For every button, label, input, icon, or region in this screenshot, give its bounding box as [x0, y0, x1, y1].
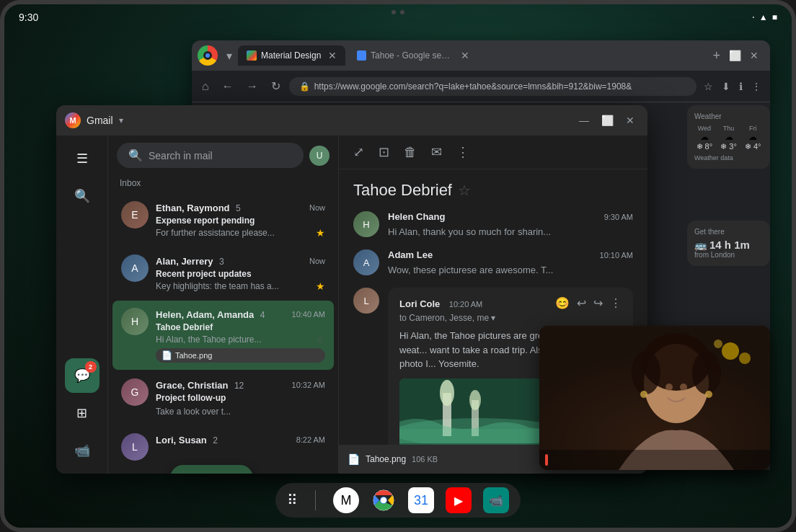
gmail-logo: M [65, 112, 81, 128]
svg-point-14 [692, 351, 721, 394]
chrome-window-controls: ⬜ ✕ [729, 50, 764, 61]
detail-toolbar: ⤢ ⊡ 🗑 ✉ ⋮ [339, 136, 647, 169]
email-content-alan: Alan, Jerrery 3 Now Recent project updat… [156, 254, 325, 292]
svg-point-13 [632, 351, 660, 394]
sidebar-meet-button[interactable]: 📹 [65, 433, 100, 468]
nav-back-button[interactable]: ← [218, 77, 238, 96]
weather-title: Weather [694, 112, 763, 120]
taskbar-gmail-icon[interactable]: M [333, 487, 359, 513]
download-icon[interactable]: ⬇ [719, 78, 733, 95]
message-avatar-helen: H [353, 211, 379, 237]
email-sender-lori: Lori, Susan [156, 435, 207, 445]
email-subject-grace: Project follow-up [156, 393, 325, 403]
window-close-icon[interactable]: ✕ [750, 50, 759, 61]
email-preview-alan: Key highlights: the team has a... [156, 281, 279, 291]
nav-home-button[interactable]: ⌂ [198, 77, 213, 96]
sidebar-chat-button[interactable]: 💬 2 [65, 358, 100, 393]
email-content-ethan: Ethan, Raymond 5 Now Expense report pend… [156, 201, 325, 239]
emoji-button[interactable]: 😊 [555, 296, 570, 310]
compose-button[interactable]: ✏ Compose [170, 465, 254, 474]
video-person-svg [539, 326, 770, 470]
gmail-close-button[interactable]: ✕ [622, 112, 639, 129]
archive-icon[interactable]: ⊡ [376, 141, 392, 163]
avatar-alan: A [121, 254, 149, 282]
svg-point-20 [640, 391, 647, 398]
message-item-adam: A Adam Lee 10:10 AM Wow, these picturese… [353, 249, 633, 276]
star-ethan[interactable]: ★ [316, 227, 325, 239]
sidebar-spaces-button[interactable]: ⊞ [65, 396, 100, 430]
thread-star-icon[interactable]: ☆ [458, 182, 471, 199]
taskbar-calendar-icon[interactable]: 31 [408, 487, 434, 513]
chat-badge: 2 [85, 361, 97, 373]
message-time-helen: 9:30 AM [604, 213, 633, 221]
hamburger-icon: ☰ [76, 151, 88, 167]
message-sender-helen: Helen Chang [388, 211, 445, 222]
weather-data-label: Weather data [694, 154, 763, 161]
tablet-frame: 9:30 ⋅ ▲ ■ ▾ Material Design ✕ Tahoe [0, 0, 796, 532]
sidebar-search-button[interactable]: 🔍 [65, 179, 100, 213]
email-item-grace[interactable]: G Grace, Christian 12 10:32 AM Project f… [112, 371, 334, 425]
taskbar-grid-icon[interactable]: ⠿ [287, 492, 298, 509]
tab-close-md[interactable]: ✕ [328, 50, 337, 61]
message-more-button[interactable]: ⋮ [610, 296, 622, 310]
active-sender-name: Lori Cole [399, 298, 440, 309]
nav-forward-button[interactable]: → [242, 77, 262, 96]
info-icon[interactable]: ℹ [736, 78, 746, 95]
email-content-lori: Lori, Susan 2 8:22 AM [156, 433, 325, 448]
email-time-helen: 10:40 AM [292, 310, 325, 319]
chrome-menu-icon[interactable]: ▾ [224, 46, 235, 66]
email-thread-title: Tahoe Debrief ☆ [353, 181, 633, 200]
chrome-logo-icon [198, 45, 218, 66]
weather-temp-wed: ❄ 8° [694, 142, 715, 151]
avatar-helen: H [121, 308, 149, 335]
expand-icon[interactable]: ⤢ [350, 141, 367, 163]
attachment-size: 106 KB [412, 455, 438, 464]
more-actions-icon[interactable]: ⋮ [454, 141, 472, 163]
forward-button[interactable]: ↪ [593, 296, 603, 310]
taskbar-youtube-icon[interactable]: ▶ [446, 487, 472, 513]
bluetooth-icon: ⋅ [752, 12, 755, 22]
mark-read-icon[interactable]: ✉ [428, 141, 445, 163]
nav-refresh-button[interactable]: ↻ [267, 76, 285, 96]
weather-temp-fri: ❄ 4° [743, 142, 763, 151]
get-there-detail: from London [694, 251, 763, 259]
get-there-time-row: 🚌 14 h 1m [694, 239, 763, 251]
new-tab-button[interactable]: + [707, 45, 726, 66]
email-time-alan: Now [309, 257, 325, 265]
reply-button[interactable]: ↩ [577, 296, 586, 310]
tab-material-design[interactable]: Material Design ✕ [238, 45, 345, 66]
active-msg-actions: 😊 ↩ ↪ ⋮ [555, 296, 622, 310]
email-item-alan[interactable]: A Alan, Jerrery 3 Now Recent project upd… [112, 247, 334, 299]
delete-icon[interactable]: 🗑 [401, 142, 420, 163]
message-body-helen: Helen Chang 9:30 AM Hi Alan, thank you s… [388, 211, 633, 238]
star-alan[interactable]: ★ [316, 280, 325, 292]
get-there-widget: Get there 🚌 14 h 1m from London [687, 221, 770, 266]
email-item-helen[interactable]: H Helen, Adam, Amanda 4 10:40 AM Tahoe D… [112, 301, 334, 370]
gmail-titlebar: M Gmail ▾ — ⬜ ✕ [56, 105, 647, 136]
bookmark-icon[interactable]: ☆ [701, 78, 716, 95]
window-maximize-icon[interactable]: ⬜ [729, 50, 741, 61]
taskbar-chrome-icon[interactable] [371, 487, 397, 513]
gmail-minimize-button[interactable]: — [575, 112, 593, 129]
tab-close-tahoe[interactable]: ✕ [461, 50, 469, 61]
star-helen[interactable]: ☆ [316, 334, 325, 345]
camera-dot-1 [392, 10, 396, 14]
email-item-ethan[interactable]: E Ethan, Raymond 5 Now Expense report pe… [112, 194, 334, 246]
address-field[interactable]: 🔒 https://www.google.com/search?q=lake+t… [289, 77, 696, 96]
gmail-maximize-button[interactable]: ⬜ [598, 112, 616, 129]
weather-icon-snow-fri: ❄ [745, 142, 751, 151]
inbox-label: Inbox [108, 175, 338, 194]
more-options-icon[interactable]: ⋮ [748, 78, 764, 95]
tab-tahoe-search[interactable]: Tahoe - Google sesarch ✕ [348, 45, 478, 66]
weather-day-name-wed: Wed [694, 125, 715, 132]
message-avatar-lori: L [353, 288, 379, 314]
gmail-search-input[interactable]: 🔍 Search in mail [117, 143, 304, 168]
taskbar-apps: ⠿ M 31 [275, 483, 521, 518]
sidebar-menu-button[interactable]: ☰ [65, 141, 100, 176]
active-msg-time: 10:20 AM [449, 300, 482, 309]
user-avatar[interactable]: U [309, 146, 330, 166]
email-attachment-helen: 📄 Tahoe.png [156, 348, 325, 363]
taskbar-meet-icon[interactable]: 📹 [483, 487, 509, 513]
spaces-icon: ⊞ [76, 405, 87, 421]
email-item-lori[interactable]: L Lori, Susan 2 8:22 AM [112, 426, 334, 468]
